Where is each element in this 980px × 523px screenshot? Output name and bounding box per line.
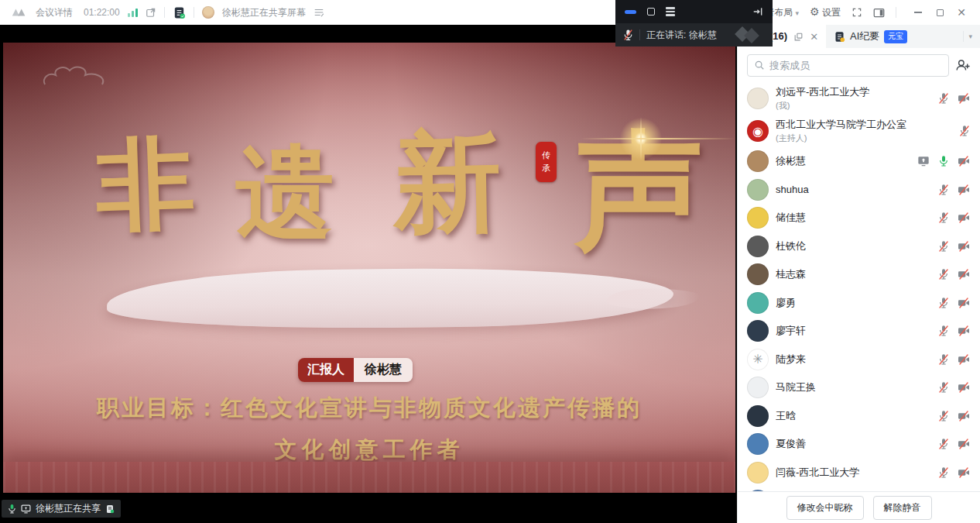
member-info: 桂志森: [776, 267, 930, 281]
search-input[interactable]: [769, 60, 942, 71]
chevron-down-icon[interactable]: ▾: [968, 33, 972, 40]
ai-notes-icon: [834, 31, 845, 43]
mic-status-icon[interactable]: [937, 410, 950, 422]
mic-status-icon[interactable]: [937, 381, 950, 394]
member-row[interactable]: 廖勇: [738, 289, 980, 318]
camera-status-icon[interactable]: [957, 353, 971, 366]
camera-status-icon[interactable]: [957, 155, 971, 167]
close-panel-icon[interactable]: ✕: [810, 31, 818, 43]
mic-status-icon[interactable]: [937, 438, 950, 450]
member-info: 徐彬慧: [776, 154, 910, 168]
member-row[interactable]: 杜铁伦: [738, 232, 980, 261]
member-row[interactable]: ◉ 西北工业大学马院学工办公室 (主持人): [738, 115, 980, 147]
member-status-icons: [937, 240, 971, 253]
mic-status-icon[interactable]: [937, 212, 950, 224]
sharer-avatar: [202, 6, 214, 19]
slide-title-char: 遗: [235, 142, 334, 241]
member-info: 闫薇-西北工业大学: [776, 466, 930, 480]
mic-status-icon[interactable]: [937, 268, 950, 280]
member-info: 刘远平-西北工业大学 (我): [776, 85, 930, 112]
mic-status-icon[interactable]: [937, 353, 950, 366]
sharing-options-icon[interactable]: [314, 8, 324, 17]
open-external-icon[interactable]: [146, 7, 156, 18]
screen-sharing-icon: [917, 155, 930, 167]
member-search-box[interactable]: [747, 54, 949, 77]
ai-badge: 元宝: [884, 30, 907, 43]
sharing-banner: 徐彬慧正在共享屏幕: [222, 6, 306, 19]
member-avatar: ◉: [747, 120, 769, 142]
minimize-button[interactable]: [907, 2, 929, 22]
member-row[interactable]: ✳ 陆梦来: [738, 346, 980, 374]
speaking-now-text: 正在讲话: 徐彬慧: [646, 29, 717, 42]
member-avatar: [747, 433, 769, 455]
camera-status-icon[interactable]: [957, 92, 971, 105]
side-panel-toggle-icon[interactable]: [873, 8, 885, 18]
mic-muted-icon[interactable]: [623, 29, 633, 40]
mic-status-icon[interactable]: [937, 466, 950, 479]
member-avatar: [747, 405, 769, 427]
camera-status-icon[interactable]: [957, 325, 971, 337]
popout-panel-icon[interactable]: [793, 32, 804, 42]
meeting-notes-icon[interactable]: [173, 6, 186, 19]
member-row[interactable]: 储佳慧: [738, 204, 980, 232]
member-row[interactable]: 徐彬慧: [738, 147, 980, 176]
member-row[interactable]: 廖宇轩: [738, 317, 980, 346]
member-info: 马院王换: [776, 380, 930, 394]
maximize-button[interactable]: [929, 2, 951, 22]
mic-status-icon[interactable]: [937, 297, 950, 309]
top-bar: 会议详情 01:22:00 徐彬慧正在共享屏幕 演讲者布局 ▾ ⚙ 设置: [0, 0, 980, 25]
divider: [639, 29, 640, 40]
member-row[interactable]: 王晗: [738, 402, 980, 431]
panel-footer: 修改会中昵称 解除静音: [738, 491, 980, 523]
mic-status-icon[interactable]: [937, 184, 950, 196]
divider: [896, 7, 896, 18]
member-avatar: [747, 150, 769, 172]
camera-status-icon[interactable]: [957, 410, 971, 422]
fullscreen-icon[interactable]: [852, 7, 862, 18]
collapse-toolbar-icon[interactable]: [752, 6, 763, 17]
camera-status-icon[interactable]: [957, 438, 971, 450]
mic-status-icon[interactable]: [937, 240, 950, 253]
member-name: 桂志森: [776, 267, 930, 281]
member-status-icons: [937, 410, 971, 422]
member-list[interactable]: 刘远平-西北工业大学 (我) ◉ 西北工业大学马院学工办公室 (主持人): [738, 82, 980, 491]
add-member-icon[interactable]: [955, 58, 971, 72]
meeting-details-button[interactable]: 会议详情: [36, 6, 73, 19]
camera-status-icon[interactable]: [957, 381, 971, 394]
window-mode-icon[interactable]: [647, 8, 655, 15]
close-button[interactable]: ✕: [951, 2, 972, 22]
member-status-icons: [937, 184, 971, 196]
camera-status-icon[interactable]: [957, 212, 971, 224]
sharing-status-pill[interactable]: 徐彬慧正在共享: [2, 500, 121, 518]
tab-ai-summary[interactable]: AI纪要 元宝 ▾: [826, 25, 980, 48]
floating-meeting-toolbar: 正在讲话: 徐彬慧: [615, 0, 773, 46]
mic-status-icon[interactable]: [958, 125, 971, 137]
member-row[interactable]: 刘远平-西北工业大学 (我): [738, 82, 980, 115]
panel-tab-bar: 成员(16) ✕ AI纪要 元宝 ▾: [738, 25, 980, 48]
member-row[interactable]: shuhua: [738, 176, 980, 205]
mic-status-icon[interactable]: [937, 325, 950, 337]
member-row[interactable]: 夏俊善: [738, 430, 980, 459]
audio-indicator-icon[interactable]: [625, 10, 636, 14]
member-status-icons: [917, 155, 971, 167]
slide-footer-ornament: [3, 462, 735, 493]
list-view-icon[interactable]: [666, 7, 675, 15]
search-icon: [754, 60, 765, 71]
camera-status-icon[interactable]: [957, 466, 971, 479]
member-row[interactable]: 马院王换: [738, 373, 980, 402]
settings-button[interactable]: ⚙ 设置: [810, 5, 841, 19]
network-signal-icon[interactable]: [128, 8, 138, 17]
mic-status-icon[interactable]: [937, 155, 950, 167]
unmute-button[interactable]: 解除静音: [873, 496, 932, 520]
rename-button[interactable]: 修改会中昵称: [786, 496, 864, 520]
presenter-name: 徐彬慧: [354, 358, 413, 382]
member-row[interactable]: 闫薇-西北工业大学: [738, 459, 980, 487]
camera-status-icon[interactable]: [957, 240, 971, 253]
camera-status-icon[interactable]: [957, 184, 971, 196]
mic-status-icon[interactable]: [937, 92, 950, 105]
member-search-row: [738, 48, 980, 82]
member-row[interactable]: 桂志森: [738, 260, 980, 289]
camera-status-icon[interactable]: [957, 268, 971, 280]
camera-status-icon[interactable]: [957, 297, 971, 309]
gear-icon: ⚙: [810, 5, 820, 18]
